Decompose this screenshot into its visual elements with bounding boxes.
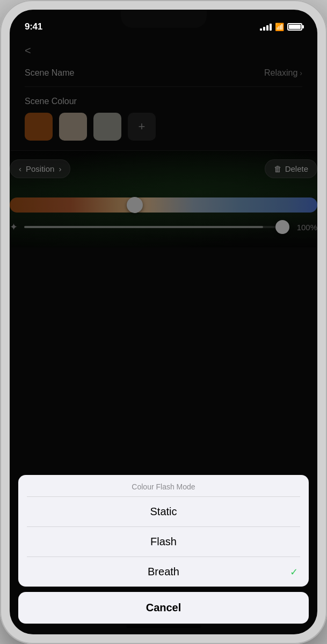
signal-bars-icon: [260, 24, 272, 31]
action-flash-label: Flash: [150, 536, 177, 548]
status-icons: 📶: [260, 23, 302, 31]
home-indicator: [126, 625, 201, 628]
action-sheet-item-static[interactable]: Static: [18, 497, 309, 526]
action-sheet-item-breath[interactable]: Breath ✓: [18, 557, 309, 587]
wifi-icon: 📶: [275, 23, 284, 31]
signal-bar-1: [260, 28, 262, 31]
action-breath-label: Breath: [148, 566, 179, 578]
checkmark-icon: ✓: [290, 566, 298, 578]
action-sheet-title: Colour Flash Mode: [18, 475, 309, 496]
signal-bar-3: [266, 25, 268, 31]
battery-icon: [287, 23, 302, 31]
screen: 9:41 📶 < Scene Name Relaxing: [10, 10, 317, 634]
action-sheet-card: Colour Flash Mode Static Flash Breath ✓: [18, 475, 309, 587]
signal-bar-2: [263, 27, 265, 31]
action-static-label: Static: [150, 506, 177, 518]
signal-bar-4: [270, 24, 272, 31]
action-sheet: Colour Flash Mode Static Flash Breath ✓ …: [10, 475, 317, 634]
status-time: 9:41: [25, 21, 42, 32]
notch: [121, 10, 207, 28]
action-sheet-item-flash[interactable]: Flash: [18, 527, 309, 557]
phone-frame: 9:41 📶 < Scene Name Relaxing: [0, 0, 327, 644]
battery-fill: [289, 25, 301, 29]
cancel-button[interactable]: Cancel: [18, 592, 309, 624]
